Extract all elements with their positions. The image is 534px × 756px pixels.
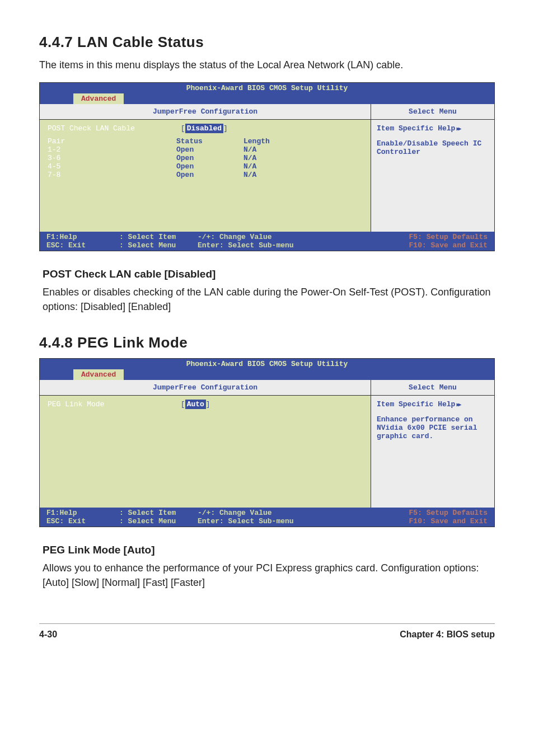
bios-footer: F1:Help : Select Item -/+: Change Value … [40, 508, 494, 527]
subheading-post-check: POST Check LAN cable [Disabled] [43, 268, 495, 280]
bios-help-panel: Item Specific Help Enhance performance o… [371, 396, 494, 508]
table-row: 4-5OpenN/A [48, 162, 363, 171]
subheading-peg-link: PEG Link Mode [Auto] [43, 544, 495, 556]
chapter-label: Chapter 4: BIOS setup [400, 630, 495, 640]
table-row: 1-2OpenN/A [48, 145, 363, 154]
footer-f5: F5: Setup Defaults [310, 233, 488, 241]
footer-esc: ESC: Exit [46, 241, 119, 250]
page-footer: 4-30 Chapter 4: BIOS setup [39, 623, 495, 640]
bios-title: Phoenix-Award BIOS CMOS Setup Utility [40, 83, 494, 93]
footer-select-item: : Select Item [119, 233, 198, 241]
col-header-status: Status [176, 137, 243, 145]
setting-label-post-check: POST Check LAN Cable [48, 124, 176, 133]
subhead-right: Select Menu [371, 104, 494, 120]
help-text: Enable/Disable Speech IC Controller [377, 139, 489, 156]
table-row: 7-8OpenN/A [48, 171, 363, 179]
section-title-lan: 4.4.7 LAN Cable Status [39, 34, 495, 51]
help-heading: Item Specific Help [377, 124, 489, 133]
help-heading: Item Specific Help [377, 400, 489, 408]
bios-tab-bar: Advanced [40, 93, 494, 104]
bios-window-lan: Phoenix-Award BIOS CMOS Setup Utility Ad… [39, 82, 495, 251]
help-text: Enhance performance on NVidia 6x00 PCIE … [377, 415, 489, 440]
footer-f1: F1:Help [46, 509, 119, 517]
section-title-peg: 4.4.8 PEG Link Mode [39, 334, 495, 351]
bios-tab-bar: Advanced [40, 369, 494, 380]
subhead-left: JumperFree Configuration [40, 380, 371, 396]
footer-select-menu: : Select Menu [119, 241, 198, 250]
bios-footer: F1:Help : Select Item -/+: Change Value … [40, 232, 494, 251]
bios-main-panel: PEG Link Mode [Auto] [40, 396, 371, 508]
footer-change-value: -/+: Change Value [198, 233, 310, 241]
section-intro-lan: The items in this menu displays the stat… [39, 58, 495, 72]
footer-esc: ESC: Exit [46, 517, 119, 525]
footer-change-value: -/+: Change Value [198, 509, 310, 517]
col-header-pair: Pair [48, 137, 176, 145]
footer-enter: Enter: Select Sub-menu [198, 517, 310, 525]
footer-select-item: : Select Item [119, 509, 198, 517]
bios-title: Phoenix-Award BIOS CMOS Setup Utility [40, 359, 494, 369]
subhead-left: JumperFree Configuration [40, 104, 371, 120]
setting-value-peg-link[interactable]: [Auto] [181, 400, 210, 409]
footer-f5: F5: Setup Defaults [310, 509, 488, 517]
bios-help-panel: Item Specific Help Enable/Disable Speech… [371, 120, 494, 232]
setting-label-peg-link: PEG Link Mode [48, 400, 176, 408]
footer-enter: Enter: Select Sub-menu [198, 241, 310, 250]
subbody-peg-link: Allows you to enhance the performance of… [43, 561, 495, 590]
setting-value-post-check[interactable]: [Disabled] [181, 124, 228, 133]
footer-f1: F1:Help [46, 233, 119, 241]
bios-window-peg: Phoenix-Award BIOS CMOS Setup Utility Ad… [39, 358, 495, 527]
subhead-right: Select Menu [371, 380, 494, 396]
subbody-post-check: Enables or disables checking of the LAN … [43, 285, 495, 314]
tab-advanced[interactable]: Advanced [73, 93, 124, 104]
tab-advanced[interactable]: Advanced [73, 369, 124, 380]
footer-f10: F10: Save and Exit [310, 241, 488, 250]
footer-f10: F10: Save and Exit [310, 517, 488, 525]
bios-main-panel: POST Check LAN Cable [Disabled] PairStat… [40, 120, 371, 232]
col-header-length: Length [243, 137, 288, 145]
page-number: 4-30 [39, 630, 57, 640]
footer-select-menu: : Select Menu [119, 517, 198, 525]
table-row: 3-6OpenN/A [48, 154, 363, 162]
